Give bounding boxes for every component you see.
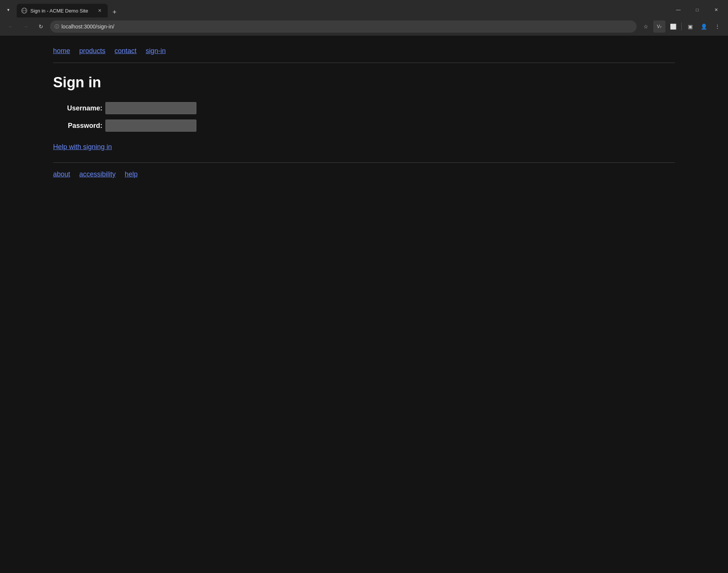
username-group: Username: xyxy=(53,102,675,114)
sidebar-icon: ▣ xyxy=(688,24,693,30)
close-button[interactable]: ✕ xyxy=(708,4,725,16)
page-title: Sign in xyxy=(53,74,675,91)
tabs-area: Sign in - ACME Demo Site ✕ + xyxy=(17,2,667,17)
maximize-icon: □ xyxy=(696,7,698,13)
password-input[interactable] xyxy=(105,120,196,132)
back-icon: ← xyxy=(8,24,13,30)
footer-divider xyxy=(53,162,675,163)
nav-signin-link[interactable]: sign-in xyxy=(146,47,166,55)
extensions-button[interactable]: ⬜ xyxy=(667,20,679,33)
title-bar: ▾ Sign in - ACME Demo Site ✕ + — xyxy=(0,0,728,17)
address-bar[interactable]: ⓘ localhost:3000/sign-in/ xyxy=(50,20,637,33)
tab-favicon xyxy=(21,8,27,14)
profile-button[interactable]: 👤 xyxy=(698,20,710,33)
back-button[interactable]: ← xyxy=(5,20,17,33)
dropdown-icon: ▾ xyxy=(7,7,9,13)
forward-icon: → xyxy=(23,24,28,30)
star-icon: ☆ xyxy=(643,24,648,30)
site-navigation: home products contact sign-in xyxy=(53,47,675,55)
nav-contact-link[interactable]: contact xyxy=(115,47,136,55)
refresh-icon: ↻ xyxy=(39,24,43,30)
username-input[interactable] xyxy=(105,102,196,114)
forward-button[interactable]: → xyxy=(20,20,32,33)
window-controls-left: ▾ xyxy=(3,5,14,15)
signin-form: Username: Password: xyxy=(53,102,675,132)
tab-title: Sign in - ACME Demo Site xyxy=(30,8,93,14)
vocab-button[interactable]: V₇ xyxy=(653,20,665,33)
window-controls-right: — □ ✕ xyxy=(670,4,725,16)
nav-products-link[interactable]: products xyxy=(79,47,105,55)
extensions-icon: ⬜ xyxy=(670,24,676,30)
page-content: home products contact sign-in Sign in Us… xyxy=(0,36,728,573)
refresh-button[interactable]: ↻ xyxy=(35,20,47,33)
close-icon: ✕ xyxy=(714,7,718,13)
url-text: localhost:3000/sign-in/ xyxy=(61,24,632,30)
menu-icon: ⋮ xyxy=(715,24,720,30)
menu-button[interactable]: ⋮ xyxy=(711,20,723,33)
sidebar-button[interactable]: ▣ xyxy=(684,20,696,33)
password-group: Password: xyxy=(53,120,675,132)
profile-icon: 👤 xyxy=(701,24,707,30)
footer-navigation: about accessibility help xyxy=(53,170,675,178)
username-label: Username: xyxy=(53,104,102,112)
bookmark-button[interactable]: ☆ xyxy=(640,20,652,33)
footer-help-link[interactable]: help xyxy=(125,170,138,178)
footer-about-link[interactable]: about xyxy=(53,170,70,178)
new-tab-button[interactable]: + xyxy=(109,7,120,17)
info-icon: ⓘ xyxy=(55,24,59,30)
navigation-bar: ← → ↻ ⓘ localhost:3000/sign-in/ ☆ V₇ ⬜ ▣ xyxy=(0,17,728,36)
browser-chrome: ▾ Sign in - ACME Demo Site ✕ + — xyxy=(0,0,728,36)
vocab-icon: V₇ xyxy=(657,24,662,29)
minimize-button[interactable]: — xyxy=(670,4,687,16)
help-signing-in-link[interactable]: Help with signing in xyxy=(53,143,112,151)
nav-divider xyxy=(53,63,675,63)
tab-close-button[interactable]: ✕ xyxy=(96,7,103,14)
new-tab-icon: + xyxy=(113,8,117,16)
footer-accessibility-link[interactable]: accessibility xyxy=(79,170,116,178)
password-label: Password: xyxy=(53,122,102,130)
nav-home-link[interactable]: home xyxy=(53,47,70,55)
toolbar-separator xyxy=(681,23,682,30)
active-tab[interactable]: Sign in - ACME Demo Site ✕ xyxy=(17,4,108,17)
minimize-icon: — xyxy=(676,7,681,13)
tab-dropdown-button[interactable]: ▾ xyxy=(3,5,14,15)
browser-tools: ☆ V₇ ⬜ ▣ 👤 ⋮ xyxy=(640,20,723,33)
maximize-button[interactable]: □ xyxy=(689,4,706,16)
